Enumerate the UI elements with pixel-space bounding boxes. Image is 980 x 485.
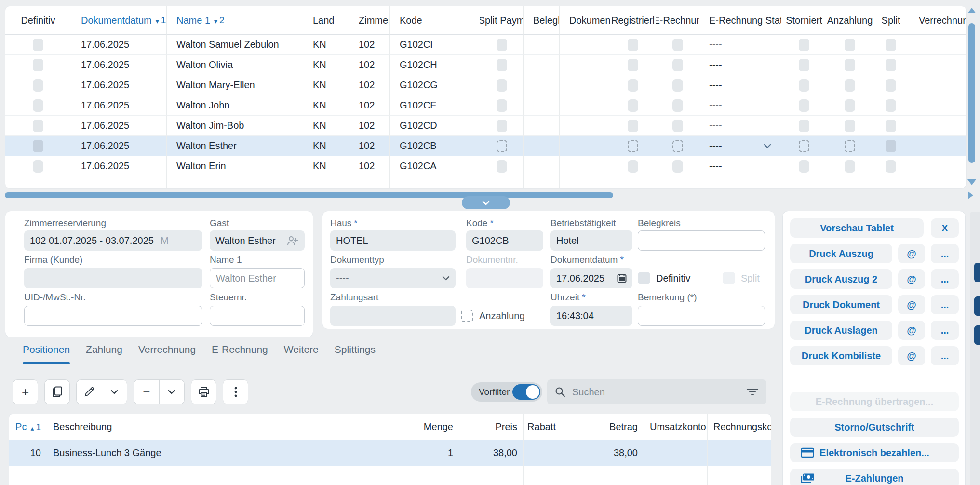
checkbox[interactable]	[845, 39, 855, 51]
storno-gutschrift-button[interactable]: Storno/Gutschrift	[790, 418, 959, 437]
column-header-e-rechnun[interactable]: E-Rechnun	[656, 6, 699, 35]
e-zahlungen-button[interactable]: E-Zahlungen	[790, 469, 959, 485]
column-header-kode[interactable]: Kode	[390, 6, 480, 35]
minus-icon[interactable]: −	[134, 380, 160, 404]
tab-positionen[interactable]: Positionen	[23, 344, 70, 364]
steuernr-input[interactable]	[210, 306, 305, 326]
table-row[interactable]: 17.06.2025Walton Jim-BobKN102G102CD----	[5, 116, 962, 136]
checkbox[interactable]	[886, 120, 896, 132]
column-header-registrierl[interactable]: Registrierl	[610, 6, 656, 35]
checkbox[interactable]	[845, 79, 855, 92]
more-options-button[interactable]: ...	[931, 295, 959, 314]
position-row[interactable]: 10Business-Lunch 3 Gänge138,0038,00	[9, 440, 771, 466]
checkbox[interactable]	[497, 79, 507, 92]
belegkreis-input[interactable]	[638, 230, 765, 251]
person-add-icon[interactable]	[286, 235, 299, 246]
checkbox[interactable]	[799, 99, 809, 112]
checkbox[interactable]	[845, 160, 855, 173]
vorschau-tablet-button[interactable]: Vorschau Tablet	[790, 218, 924, 238]
more-options-button[interactable]: ...	[931, 321, 959, 340]
tab-zahlung[interactable]: Zahlung	[86, 344, 122, 364]
calendar-icon[interactable]	[617, 273, 627, 283]
more-options-button[interactable]: ...	[931, 346, 959, 365]
definitiv-checkbox[interactable]	[638, 272, 650, 284]
print-button-druck-auslagen[interactable]: Druck Auslagen	[790, 321, 892, 340]
email-at-button[interactable]: @	[898, 346, 925, 365]
column-header-rechnungskont[interactable]: Rechnungskont	[708, 414, 771, 440]
checkbox[interactable]	[672, 59, 683, 71]
column-header-dokumentdatum[interactable]: Dokumentdatum▾1	[71, 6, 167, 35]
close-button[interactable]: X	[931, 218, 959, 238]
column-header-beschreibung[interactable]: Beschreibung	[47, 414, 415, 440]
checkbox[interactable]	[799, 160, 809, 173]
dokumentdatum-input[interactable]: 17.06.2025	[550, 268, 632, 288]
column-header-dokumentnr[interactable]: Dokumentnr	[560, 6, 610, 35]
more-options-button[interactable]: ...	[931, 269, 959, 289]
checkbox[interactable]	[672, 160, 683, 173]
column-header-preis[interactable]: Preis	[459, 414, 524, 440]
checkbox[interactable]	[886, 160, 896, 173]
remove-position-split-button[interactable]: −	[134, 379, 185, 404]
checkbox[interactable]	[628, 160, 638, 173]
column-header-menge[interactable]: Menge	[415, 414, 459, 440]
dokumenttyp-select[interactable]: ----	[330, 268, 456, 288]
email-at-button[interactable]: @	[898, 295, 925, 314]
checkbox[interactable]	[799, 59, 809, 71]
search-input[interactable]	[571, 386, 746, 398]
print-button-druck-dokument[interactable]: Druck Dokument	[790, 295, 892, 314]
column-header-e-rechnung-status[interactable]: E-Rechnung Status	[699, 6, 781, 35]
print-button-druck-kombiliste[interactable]: Druck Kombiliste	[790, 346, 892, 365]
column-header-land[interactable]: Land	[303, 6, 349, 35]
checkbox[interactable]	[33, 59, 43, 71]
checkbox[interactable]	[628, 39, 638, 51]
table-row[interactable]: 17.06.2025Walton ErinKN102G102CA----	[5, 156, 962, 176]
tab-weitere[interactable]: Weitere	[284, 344, 319, 364]
more-options-button[interactable]: ...	[931, 244, 959, 263]
column-header-verrechnung[interactable]: Verrechnung	[909, 6, 967, 35]
checkbox[interactable]	[33, 99, 43, 112]
column-header-anzahlung[interactable]: Anzahlung	[827, 6, 873, 35]
checkbox[interactable]	[672, 79, 683, 92]
column-header-belegkr[interactable]: Belegkr	[524, 6, 560, 35]
table-row[interactable]: 17.06.2025Walton JohnKN102G102CE----	[5, 95, 962, 116]
filter-icon[interactable]	[746, 388, 759, 396]
checkbox[interactable]	[886, 99, 896, 112]
anzahlung-checkbox[interactable]	[461, 310, 473, 322]
checkbox[interactable]	[497, 99, 507, 112]
chevron-down-icon[interactable]	[160, 380, 185, 404]
column-header-definitiv[interactable]: Definitiv	[5, 6, 71, 35]
splitter-collapse-button[interactable]	[462, 196, 510, 209]
checkbox[interactable]	[799, 140, 809, 152]
checkbox[interactable]	[33, 120, 43, 132]
scroll-up-icon[interactable]	[967, 8, 976, 13]
elektronisch-bezahlen-button[interactable]: Elektronisch bezahlen...	[790, 443, 959, 462]
checkbox[interactable]	[799, 120, 809, 132]
checkbox[interactable]	[845, 120, 855, 132]
column-header-split-paym[interactable]: Split Paym	[480, 6, 524, 35]
checkbox[interactable]	[845, 59, 855, 71]
table-row[interactable]: 17.06.2025Walton EstherKN102G102CB----	[5, 136, 962, 156]
column-header-pc[interactable]: Pc▴1	[9, 414, 47, 440]
table-row[interactable]: 17.06.2025Walton Samuel ZebulonKN102G102…	[5, 35, 962, 55]
checkbox[interactable]	[497, 39, 507, 51]
more-actions-button[interactable]	[223, 379, 248, 404]
scroll-right-icon[interactable]	[968, 191, 973, 199]
table-row[interactable]: 17.06.2025Walton Mary-EllenKN102G102CG--…	[5, 75, 962, 95]
print-button-druck-auszug-2[interactable]: Druck Auszug 2	[790, 269, 892, 289]
column-header-zimmerre[interactable]: Zimmerre	[349, 6, 390, 35]
pencil-icon[interactable]	[77, 380, 102, 404]
checkbox[interactable]	[33, 160, 43, 173]
bemerkung-input[interactable]	[638, 306, 765, 326]
checkbox[interactable]	[497, 59, 507, 71]
name1-input[interactable]: Walton Esther	[210, 268, 305, 288]
column-header-betrag[interactable]: Betrag	[562, 414, 644, 440]
table-row[interactable]: 17.06.2025Walton OliviaKN102G102CH----	[5, 55, 962, 75]
checkbox[interactable]	[845, 140, 855, 152]
checkbox[interactable]	[33, 39, 43, 51]
column-header-rabatt[interactable]: Rabatt	[524, 414, 562, 440]
edit-position-split-button[interactable]	[76, 379, 127, 404]
print-button[interactable]	[191, 379, 216, 404]
checkbox[interactable]	[497, 160, 507, 173]
checkbox[interactable]	[799, 39, 809, 51]
checkbox[interactable]	[886, 79, 896, 92]
